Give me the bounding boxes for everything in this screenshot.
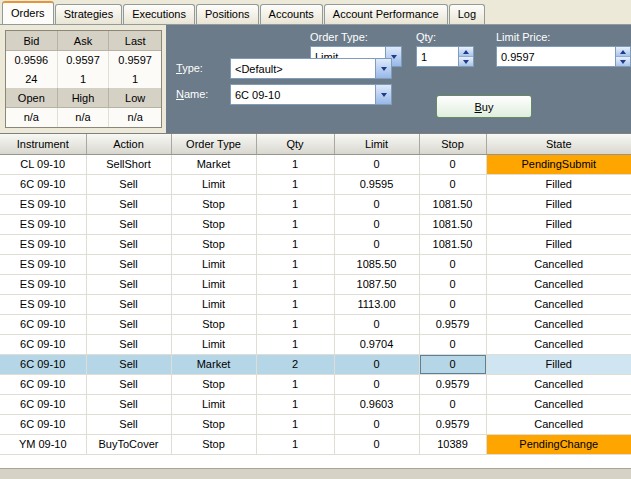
table-row[interactable]: ES 09-10SellStop101081.50Filled bbox=[0, 194, 631, 214]
cell-stop: 0 bbox=[419, 334, 486, 354]
table-row[interactable]: 6C 09-10SellLimit10.97040Cancelled bbox=[0, 334, 631, 354]
cell-action: Sell bbox=[86, 334, 171, 354]
cell-limit: 0.9595 bbox=[334, 174, 419, 194]
market-data-area: Bid Ask Last 0.9596 0.9597 0.9597 24 1 1… bbox=[0, 25, 166, 133]
table-row[interactable]: 6C 09-10SellStop100.9579Cancelled bbox=[0, 374, 631, 394]
cell-action: BuyToCover bbox=[86, 434, 171, 454]
table-row[interactable]: ES 09-10SellLimit11087.500Cancelled bbox=[0, 274, 631, 294]
cell-state: Cancelled bbox=[486, 394, 631, 414]
cell-limit: 0 bbox=[334, 314, 419, 334]
cell-limit: 0 bbox=[334, 214, 419, 234]
name-select[interactable]: 6C 09-10 bbox=[230, 84, 392, 105]
spin-down-icon[interactable] bbox=[616, 57, 630, 66]
cell-limit: 1087.50 bbox=[334, 274, 419, 294]
table-row[interactable]: ES 09-10SellLimit11113.000Cancelled bbox=[0, 294, 631, 314]
tab-accounts[interactable]: Accounts bbox=[260, 4, 323, 24]
cell-state: Cancelled bbox=[486, 314, 631, 334]
table-row[interactable]: 6C 09-10SellStop100.9579Cancelled bbox=[0, 414, 631, 434]
cell-limit: 0 bbox=[334, 234, 419, 254]
qty-stepper[interactable]: 1 bbox=[416, 46, 474, 67]
tab-log[interactable]: Log bbox=[449, 4, 485, 24]
cell-order-type: Limit bbox=[171, 394, 256, 414]
qty-label: Qty: bbox=[416, 31, 436, 43]
cell-qty: 1 bbox=[256, 414, 334, 434]
cell-instrument: 6C 09-10 bbox=[0, 314, 86, 334]
table-row[interactable]: 6C 09-10SellLimit10.95950Filled bbox=[0, 174, 631, 194]
cell-action: Sell bbox=[86, 194, 171, 214]
tab-executions[interactable]: Executions bbox=[123, 4, 195, 24]
low-header: Low bbox=[109, 88, 161, 108]
table-row[interactable]: YM 09-10BuyToCoverStop1010389PendingChan… bbox=[0, 434, 631, 454]
cell-order-type: Stop bbox=[171, 434, 256, 454]
cell-action: SellShort bbox=[86, 154, 171, 174]
table-row[interactable]: 6C 09-10SellMarket200Filled bbox=[0, 354, 631, 374]
column-header-stop[interactable]: Stop bbox=[419, 134, 486, 154]
buy-button[interactable]: Buy bbox=[436, 95, 532, 118]
last-price-value: 0.9597 bbox=[109, 51, 161, 70]
tab-positions[interactable]: Positions bbox=[196, 4, 259, 24]
cell-order-type: Market bbox=[171, 154, 256, 174]
cell-qty: 1 bbox=[256, 174, 334, 194]
cell-state: Cancelled bbox=[486, 274, 631, 294]
type-select[interactable]: <Default> bbox=[230, 58, 392, 79]
spin-up-icon[interactable] bbox=[616, 47, 630, 57]
column-header-action[interactable]: Action bbox=[86, 134, 171, 154]
cell-stop: 0 bbox=[419, 154, 486, 174]
cell-stop: 10389 bbox=[419, 434, 486, 454]
table-row[interactable]: ES 09-10SellStop101081.50Filled bbox=[0, 234, 631, 254]
column-header-order-type[interactable]: Order Type bbox=[171, 134, 256, 154]
table-row[interactable]: 6C 09-10SellStop100.9579Cancelled bbox=[0, 314, 631, 334]
column-header-instrument[interactable]: Instrument bbox=[0, 134, 86, 154]
cell-instrument: 6C 09-10 bbox=[0, 334, 86, 354]
cell-instrument: ES 09-10 bbox=[0, 274, 86, 294]
cell-stop: 0 bbox=[419, 294, 486, 314]
tab-strategies[interactable]: Strategies bbox=[55, 4, 123, 24]
cell-order-type: Stop bbox=[171, 414, 256, 434]
cell-action: Sell bbox=[86, 274, 171, 294]
cell-action: Sell bbox=[86, 254, 171, 274]
column-header-limit[interactable]: Limit bbox=[334, 134, 419, 154]
tab-account-performance[interactable]: Account Performance bbox=[324, 4, 448, 24]
cell-stop: 0 bbox=[419, 274, 486, 294]
cell-stop: 0.9579 bbox=[419, 374, 486, 394]
cell-order-type: Stop bbox=[171, 214, 256, 234]
cell-limit: 1113.00 bbox=[334, 294, 419, 314]
cell-qty: 1 bbox=[256, 254, 334, 274]
cell-limit: 0 bbox=[334, 374, 419, 394]
limit-price-label: Limit Price: bbox=[496, 31, 550, 43]
cell-action: Sell bbox=[86, 374, 171, 394]
tab-orders[interactable]: Orders bbox=[2, 1, 54, 24]
cell-qty: 1 bbox=[256, 374, 334, 394]
high-value: n/a bbox=[58, 108, 110, 127]
cell-instrument: 6C 09-10 bbox=[0, 394, 86, 414]
table-row[interactable]: ES 09-10SellStop101081.50Filled bbox=[0, 214, 631, 234]
cell-limit: 1085.50 bbox=[334, 254, 419, 274]
cell-order-type: Limit bbox=[171, 254, 256, 274]
orders-table-body: CL 09-10SellShortMarket100PendingSubmit6… bbox=[0, 154, 631, 454]
table-header-row: Instrument Action Order Type Qty Limit S… bbox=[0, 134, 631, 154]
cell-state: PendingSubmit bbox=[486, 154, 631, 174]
column-header-qty[interactable]: Qty bbox=[256, 134, 334, 154]
chevron-down-icon bbox=[375, 85, 391, 104]
table-row[interactable]: ES 09-10SellLimit11085.500Cancelled bbox=[0, 254, 631, 274]
limit-price-stepper[interactable]: 0.9597 bbox=[496, 46, 631, 67]
table-row[interactable]: CL 09-10SellShortMarket100PendingSubmit bbox=[0, 154, 631, 174]
orders-table: Instrument Action Order Type Qty Limit S… bbox=[0, 134, 631, 455]
ask-size-value: 1 bbox=[58, 70, 110, 88]
spin-down-icon[interactable] bbox=[459, 57, 473, 66]
cell-state: Cancelled bbox=[486, 254, 631, 274]
cell-limit: 0 bbox=[334, 154, 419, 174]
cell-state: Cancelled bbox=[486, 414, 631, 434]
cell-order-type: Limit bbox=[171, 294, 256, 314]
cell-instrument: ES 09-10 bbox=[0, 214, 86, 234]
cell-instrument: 6C 09-10 bbox=[0, 354, 86, 374]
column-header-state[interactable]: State bbox=[486, 134, 631, 154]
cell-action: Sell bbox=[86, 294, 171, 314]
cell-state: Cancelled bbox=[486, 294, 631, 314]
cell-stop: 0.9579 bbox=[419, 314, 486, 334]
chevron-down-icon bbox=[375, 59, 391, 78]
spin-up-icon[interactable] bbox=[459, 47, 473, 57]
table-row[interactable]: 6C 09-10SellLimit10.96030Cancelled bbox=[0, 394, 631, 414]
type-value: <Default> bbox=[231, 63, 375, 75]
tab-bar: Orders Strategies Executions Positions A… bbox=[0, 0, 631, 24]
